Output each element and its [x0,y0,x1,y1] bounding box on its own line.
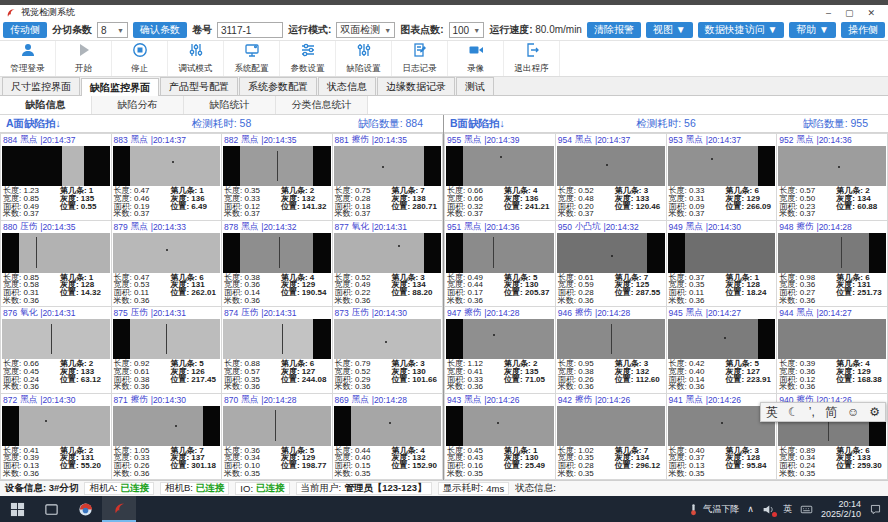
defect-card[interactable]: 880压伤|20:14:35长度: 0.85宽度: 0.58面积: 0.31米数… [1,221,111,307]
defect-card[interactable]: 947擦伤|20:14:28长度: 1.12宽度: 0.41面积: 0.33米数… [445,307,555,393]
defect-card[interactable]: 944黑点|20:14:27长度: 0.39宽度: 0.36面积: 0.12米数… [777,307,887,393]
defect-card[interactable]: 873压伤|20:14:30长度: 0.79宽度: 0.52面积: 0.29米数… [333,307,443,393]
ime-item-5[interactable]: ☺ [847,405,859,419]
defect-card[interactable]: 942擦伤|20:14:26长度: 1.02宽度: 0.35面积: 0.28米数… [556,394,666,480]
defect-card[interactable]: 953黑点|20:14:37长度: 0.33宽度: 0.31面积: 0.09米数… [667,134,777,220]
weather-tray-item[interactable]: 气温下降 [687,503,739,516]
tab-2[interactable]: 缺陷监控界面 [81,78,159,96]
defect-card[interactable]: 878黑点|20:14:32长度: 0.38宽度: 0.36面积: 0.14米数… [222,221,332,307]
minimize-button[interactable]: – [826,7,831,19]
tab-3[interactable]: 产品型号配置 [160,77,238,95]
confirm-count-button[interactable]: 确认条数 [133,22,187,38]
action-monitor-button[interactable]: 系统配置 [224,41,280,76]
defect-thumbnail[interactable] [113,319,221,359]
defect-card[interactable]: 869黑点|20:14:28长度: 0.44宽度: 0.40面积: 0.15米数… [333,394,443,480]
defect-thumbnail[interactable] [778,146,886,186]
tab-1[interactable]: 尺寸监控界面 [2,77,80,95]
taskbar-clock[interactable]: 20:142025/2/10 [821,499,861,519]
defect-thumbnail[interactable] [334,146,442,186]
defect-thumbnail[interactable] [668,233,776,273]
action-tune-button[interactable]: 调试模式 [168,41,224,76]
chart-points-select[interactable]: 100▼ [449,22,485,38]
ime-item-2[interactable]: ☾ [788,405,799,419]
volume-tray-item[interactable] [762,503,775,516]
defect-thumbnail[interactable] [668,319,776,359]
defect-thumbnail[interactable] [2,146,110,186]
defect-thumbnail[interactable] [2,406,110,446]
ime-item-1[interactable]: 英 [766,404,778,421]
defect-thumbnail[interactable] [223,406,331,446]
taskbar-app-browser[interactable] [68,496,102,522]
subtab-1[interactable]: 缺陷信息 [0,96,92,114]
defect-thumbnail[interactable] [557,406,665,446]
action-play-button[interactable]: 开始 [56,41,112,76]
defect-thumbnail[interactable] [668,146,776,186]
defect-card[interactable]: 943黑点|20:14:26长度: 0.45宽度: 0.43面积: 0.16米数… [445,394,555,480]
drive-side-button[interactable]: 传动侧 [3,22,47,38]
action-log-button[interactable]: 日志记录 [392,41,448,76]
subtab-3[interactable]: 缺陷统计 [184,96,276,114]
defect-card[interactable]: 948擦伤|20:14:28长度: 0.98宽度: 0.36面积: 0.27米数… [777,221,887,307]
defect-thumbnail[interactable] [223,146,331,186]
clear-alarm-button[interactable]: 清除报警 [587,22,641,38]
quick-access-menu-button[interactable]: 数据快捷访问 ▼ [698,22,785,38]
touch-keyboard-tray-item[interactable] [800,503,813,516]
defect-thumbnail[interactable] [223,319,331,359]
defect-thumbnail[interactable] [334,406,442,446]
ime-language-bar[interactable]: 英☾’,简☺⚙ [760,402,886,422]
defect-thumbnail[interactable] [113,233,221,273]
tab-6[interactable]: 边缘数据记录 [377,77,455,95]
defect-card[interactable]: 877氧化|20:14:31长度: 0.52宽度: 0.49面积: 0.22米数… [333,221,443,307]
defect-thumbnail[interactable] [2,319,110,359]
slit-count-select[interactable]: 8▼ [97,22,128,38]
tab-7[interactable]: 测试 [456,77,494,95]
defect-card[interactable]: 949黑点|20:14:30长度: 0.37宽度: 0.35面积: 0.11米数… [667,221,777,307]
defect-thumbnail[interactable] [223,233,331,273]
defect-thumbnail[interactable] [446,319,554,359]
defect-card[interactable]: 876氧化|20:14:31长度: 0.66宽度: 0.45面积: 0.24米数… [1,307,111,393]
subtab-4[interactable]: 分类信息统计 [276,96,368,114]
defect-card[interactable]: 946擦伤|20:14:28长度: 0.95宽度: 0.38面积: 0.26米数… [556,307,666,393]
defect-card[interactable]: 871擦伤|20:14:30长度: 1.05宽度: 0.33面积: 0.26米数… [112,394,222,480]
defect-thumbnail[interactable] [778,319,886,359]
action-exit-button[interactable]: 退出程序 [504,41,560,76]
ime-item-6[interactable]: ⚙ [869,405,880,419]
action-sliders-v-button[interactable]: 缺陷设置 [336,41,392,76]
defect-thumbnail[interactable] [113,406,221,446]
defect-card[interactable]: 954黑点|20:14:37长度: 0.52宽度: 0.48面积: 0.20米数… [556,134,666,220]
defect-card[interactable]: 879黑点|20:14:33长度: 0.47宽度: 0.53面积: 0.11米数… [112,221,222,307]
roll-number-input[interactable]: 3117-1 [217,22,283,38]
operator-side-button[interactable]: 操作侧 [841,22,885,38]
task-view-button[interactable] [34,496,68,522]
action-sliders-h-button[interactable]: 参数设置 [280,41,336,76]
ime-tray-item[interactable]: 英 [783,503,792,516]
close-button[interactable]: ✕ [867,7,875,19]
defect-card[interactable]: 884黑点|20:14:37长度: 1.23宽度: 0.85面积: 0.49米数… [1,134,111,220]
action-camera-button[interactable]: 录像 [448,41,504,76]
defect-card[interactable]: 955黑点|20:14:39长度: 0.66宽度: 0.66面积: 0.32米数… [445,134,555,220]
view-menu-button[interactable]: 视图 ▼ [646,22,693,38]
subtab-2[interactable]: 缺陷分布 [92,96,184,114]
defect-thumbnail[interactable] [446,146,554,186]
ime-item-3[interactable]: ’, [809,405,815,419]
defect-card[interactable]: 874压伤|20:14:31长度: 0.88宽度: 0.57面积: 0.35米数… [222,307,332,393]
defect-thumbnail[interactable] [778,233,886,273]
defect-card[interactable]: 882黑点|20:14:35长度: 0.35宽度: 0.33面积: 0.12米数… [222,134,332,220]
tab-4[interactable]: 系统参数配置 [239,77,317,95]
defect-thumbnail[interactable] [334,319,442,359]
action-stop-button[interactable]: 停止 [112,41,168,76]
defect-card[interactable]: 952黑点|20:14:36长度: 0.57宽度: 0.50面积: 0.23米数… [777,134,887,220]
action-user-button[interactable]: 管理登录 [0,41,56,76]
tray-overflow-chevron[interactable]: ∧ [747,504,754,514]
defect-thumbnail[interactable] [446,233,554,273]
defect-card[interactable]: 875压伤|20:14:31长度: 0.92宽度: 0.61面积: 0.38米数… [112,307,222,393]
run-mode-select[interactable]: 双面检测▼ [336,22,395,38]
taskbar-app-inspection-system[interactable] [102,496,136,522]
defect-thumbnail[interactable] [113,146,221,186]
tab-5[interactable]: 状态信息 [318,77,376,95]
defect-card[interactable]: 945黑点|20:14:27长度: 0.42宽度: 0.40面积: 0.14米数… [667,307,777,393]
defect-card[interactable]: 883黑点|20:14:37长度: 0.47宽度: 0.46面积: 0.19米数… [112,134,222,220]
start-button[interactable] [0,496,34,522]
help-menu-button[interactable]: 帮助 ▼ [789,22,836,38]
ime-item-4[interactable]: 简 [825,404,837,421]
